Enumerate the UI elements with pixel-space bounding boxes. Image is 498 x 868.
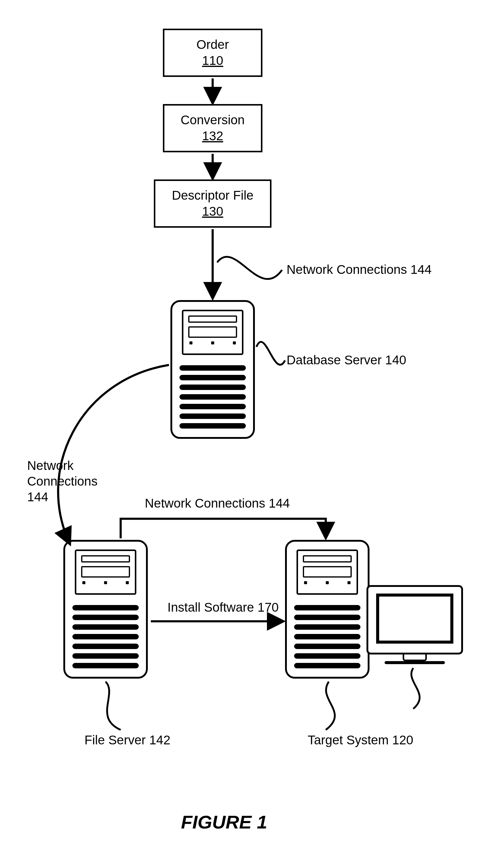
target-system-monitor-icon	[366, 585, 463, 667]
box-order-ref: 110	[165, 53, 261, 69]
box-order: Order 110	[163, 29, 262, 77]
label-file-server: File Server 142	[84, 733, 170, 747]
box-descriptor-ref: 130	[155, 203, 270, 220]
label-install-software: Install Software 170	[167, 600, 279, 615]
label-network-connections-top: Network Connections 144	[287, 262, 432, 277]
label-network-connections-left-l1: Network	[27, 458, 74, 473]
box-conversion-ref: 132	[165, 128, 261, 144]
label-network-connections-mid: Network Connections 144	[145, 496, 290, 511]
label-network-connections-left-l2: Connections	[27, 474, 97, 489]
box-descriptor-label: Descriptor File	[155, 188, 270, 203]
box-conversion: Conversion 132	[163, 104, 262, 152]
box-descriptor: Descriptor File 130	[154, 180, 272, 228]
box-order-label: Order	[165, 37, 261, 53]
figure-caption: FIGURE 1	[181, 811, 267, 833]
box-conversion-label: Conversion	[165, 112, 261, 128]
diagram-canvas: Order 110 Conversion 132 Descriptor File…	[0, 0, 498, 868]
label-network-connections-left-l3: 144	[27, 490, 48, 504]
label-database-server: Database Server 140	[287, 353, 406, 367]
label-target-system: Target System 120	[308, 733, 413, 747]
